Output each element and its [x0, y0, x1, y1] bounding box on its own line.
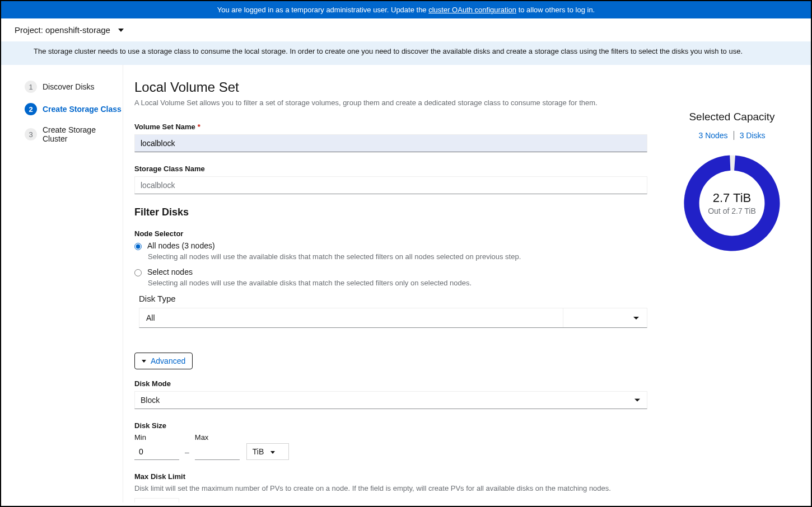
- donut-value: 2.7 TiB: [708, 191, 756, 205]
- wizard-step-discover-disks[interactable]: 1 Discover Disks: [25, 81, 123, 93]
- project-selector[interactable]: Project: openshift-storage: [1, 18, 811, 41]
- radio-all-nodes[interactable]: All nodes (3 nodes): [134, 241, 647, 250]
- filter-disks-heading: Filter Disks: [134, 206, 647, 218]
- range-dash: –: [179, 448, 195, 460]
- radio-select-nodes[interactable]: Select nodes: [134, 267, 647, 276]
- chevron-down-icon: [270, 451, 275, 454]
- disk-type-dropdown-handle[interactable]: [563, 308, 647, 327]
- project-label: Project: openshift-storage: [15, 25, 110, 35]
- wizard-step-create-storage-cluster[interactable]: 3 Create Storage Cluster: [25, 125, 123, 143]
- info-strip: The storage cluster needs to use a stora…: [1, 41, 811, 65]
- disk-size-max-input[interactable]: [195, 444, 240, 460]
- step-label: Create Storage Class: [43, 105, 122, 114]
- disk-type-select[interactable]: All: [139, 308, 647, 328]
- step-label: Create Storage Cluster: [43, 125, 123, 143]
- radio-select-nodes-input[interactable]: [134, 269, 142, 276]
- disk-size-min-input[interactable]: [134, 444, 179, 460]
- disk-type-label: Disk Type: [139, 294, 647, 303]
- banner-suffix: to allow others to log in.: [516, 6, 595, 14]
- required-indicator: *: [198, 123, 200, 131]
- disks-link[interactable]: 3 Disks: [734, 131, 771, 140]
- nodes-link[interactable]: 3 Nodes: [693, 131, 734, 140]
- banner-oauth-link[interactable]: cluster OAuth configuration: [428, 6, 516, 14]
- max-disk-limit-input[interactable]: [134, 498, 179, 503]
- disk-size-min-label: Min: [134, 433, 179, 442]
- step-number: 2: [25, 103, 37, 115]
- disk-type-value: All: [146, 313, 155, 322]
- radio-all-nodes-help: Selecting all nodes will use the availab…: [148, 252, 647, 261]
- page-description: A Local Volume Set allows you to filter …: [134, 98, 647, 107]
- max-disk-limit-help: Disk limit will set the maximum number o…: [134, 484, 647, 492]
- storage-class-name-label: Storage Class Name: [134, 165, 647, 173]
- wizard-step-create-storage-class[interactable]: 2 Create Storage Class: [25, 103, 123, 115]
- node-selector-label: Node Selector: [134, 229, 647, 238]
- chevron-down-icon: [634, 399, 640, 402]
- disk-mode-label: Disk Mode: [134, 379, 647, 388]
- radio-all-nodes-input[interactable]: [134, 243, 142, 250]
- chevron-down-icon: [633, 317, 639, 320]
- radio-all-nodes-label: All nodes (3 nodes): [147, 241, 215, 250]
- capacity-donut: 2.7 TiB Out of 2.7 TiB: [679, 150, 785, 256]
- advanced-toggle-label: Advanced: [151, 356, 185, 365]
- chevron-down-icon: [142, 360, 146, 363]
- wizard-sidebar: 1 Discover Disks 2 Create Storage Class …: [1, 65, 123, 503]
- disk-mode-value: Block: [141, 396, 160, 405]
- banner-prefix: You are logged in as a temporary adminis…: [217, 6, 428, 14]
- storage-class-name-input[interactable]: [134, 176, 647, 194]
- step-label: Discover Disks: [43, 82, 95, 91]
- step-number: 3: [25, 128, 37, 140]
- selected-capacity-title: Selected Capacity: [664, 111, 800, 123]
- disk-size-unit-value: TiB: [253, 447, 264, 456]
- volume-set-name-input[interactable]: [134, 134, 647, 152]
- disk-size-unit-select[interactable]: TiB: [246, 443, 289, 460]
- radio-select-nodes-help: Selecting all nodes will use the availab…: [148, 279, 647, 287]
- donut-subtext: Out of 2.7 TiB: [708, 206, 756, 215]
- radio-select-nodes-label: Select nodes: [147, 267, 193, 276]
- page-title: Local Volume Set: [134, 79, 647, 95]
- step-number: 1: [25, 81, 37, 93]
- auth-banner: You are logged in as a temporary adminis…: [1, 1, 811, 18]
- disk-size-max-label: Max: [195, 433, 240, 442]
- advanced-toggle[interactable]: Advanced: [134, 353, 193, 369]
- disk-mode-select[interactable]: Block: [134, 391, 647, 409]
- volume-set-name-label: Volume Set Name *: [134, 123, 647, 131]
- chevron-down-icon: [118, 29, 124, 32]
- max-disk-limit-label: Max Disk Limit: [134, 472, 647, 481]
- disk-size-label: Disk Size: [134, 421, 647, 430]
